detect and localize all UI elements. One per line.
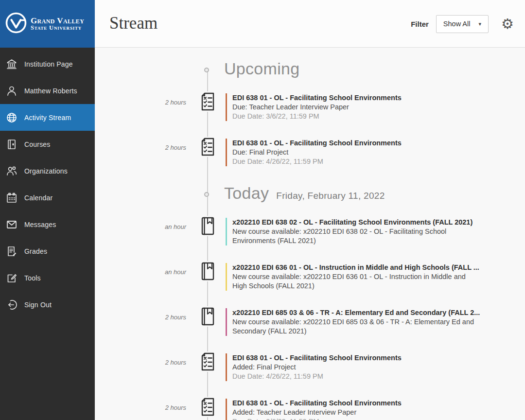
stream-item-timestamp: 2 hours xyxy=(124,99,186,106)
sidebar-item-label: Courses xyxy=(24,140,51,148)
section-heading-text: Upcoming xyxy=(224,59,299,78)
accent-bar xyxy=(226,263,227,291)
stream-item[interactable]: 2 hoursx202210 EDI 685 03 & 06 - TR - A:… xyxy=(95,308,525,337)
filter-dropdown-value: Show All xyxy=(443,20,471,28)
timeline-node xyxy=(204,192,209,197)
stream-item[interactable]: an hourx202210 EDI 636 01 - OL - Instruc… xyxy=(95,263,525,292)
filter-dropdown[interactable]: Show All ▾ xyxy=(436,15,489,33)
accent-bar xyxy=(226,308,227,336)
sidebar-item-matthew-roberts[interactable]: Matthew Roberts xyxy=(0,77,95,104)
stream-item-title: EDI 638 01 - OL - Facilitating School En… xyxy=(232,353,478,363)
stream-item-line: Added: Final Project xyxy=(232,363,478,372)
institution-icon xyxy=(6,58,18,70)
stream-item-timestamp: 2 hours xyxy=(124,144,186,151)
sidebar-item-label: Sign Out xyxy=(24,301,52,309)
institution-name-line1: Grand Valley xyxy=(31,17,84,25)
activity-stream-globe-icon xyxy=(6,112,18,123)
institution-logo[interactable]: Grand Valley State University xyxy=(0,0,95,48)
assignment-checklist-icon xyxy=(198,397,217,417)
stream-item-timestamp: 2 hours xyxy=(124,314,186,321)
activity-stream: Upcoming2 hoursEDI 638 01 - OL - Facilit… xyxy=(95,48,525,420)
accent-bar xyxy=(226,93,227,121)
assignment-checklist-icon xyxy=(198,91,217,112)
sidebar-item-label: Matthew Roberts xyxy=(24,87,77,95)
organizations-icon xyxy=(6,165,18,177)
sidebar-item-label: Grades xyxy=(24,247,47,255)
sidebar-item-label: Activity Stream xyxy=(24,114,71,122)
institution-name-line2: State University xyxy=(31,25,84,31)
sidebar: Grand Valley State University Institutio… xyxy=(0,0,95,420)
stream-item-line: Due Date: 4/26/22, 11:59 PM xyxy=(232,157,478,166)
sidebar-item-courses[interactable]: Courses xyxy=(0,131,95,158)
section-heading-text: Today xyxy=(224,184,269,202)
stream-item[interactable]: 2 hoursEDI 638 01 - OL - Facilitating Sc… xyxy=(95,139,525,168)
stream-item-title: EDI 638 01 - OL - Facilitating School En… xyxy=(232,399,478,408)
header-controls: Filter Show All ▾ ⚙ xyxy=(411,0,514,48)
course-book-icon xyxy=(198,216,217,236)
sidebar-item-grades[interactable]: Grades xyxy=(0,238,95,264)
stream-item-line: Due Date: 3/6/22, 11:59 PM xyxy=(232,112,478,121)
sidebar-item-tools[interactable]: Tools xyxy=(0,264,95,291)
app-root: Grand Valley State University Institutio… xyxy=(0,0,525,420)
sidebar-item-calendar[interactable]: Calendar xyxy=(0,184,95,211)
course-book-icon xyxy=(198,261,217,281)
sidebar-item-institution-page[interactable]: Institution Page xyxy=(0,51,95,77)
sidebar-nav: Institution PageMatthew RobertsActivity … xyxy=(0,48,95,318)
accent-bar xyxy=(226,353,227,381)
stream-item-text: x202210 EDI 685 03 & 06 - TR - A: Elemen… xyxy=(232,308,478,336)
stream-item-line: Added: Teacher Leader Interview Paper xyxy=(232,408,478,417)
sidebar-item-label: Messages xyxy=(24,221,56,228)
sidebar-item-sign-out[interactable]: Sign Out xyxy=(0,291,95,318)
stream-item-title: x202210 EDI 638 02 - OL - Facilitating S… xyxy=(232,218,478,227)
tools-icon xyxy=(6,272,18,284)
stream-item-text: EDI 638 01 - OL - Facilitating School En… xyxy=(232,93,478,121)
stream-item-line: Due: Final Project xyxy=(232,148,478,157)
stream-item[interactable]: 2 hoursEDI 638 01 - OL - Facilitating Sc… xyxy=(95,353,525,383)
calendar-icon xyxy=(6,192,18,204)
stream-item-text: x202210 EDI 638 02 - OL - Facilitating S… xyxy=(232,218,478,245)
stream-item-line: New course available: x202210 EDI 636 01… xyxy=(232,272,478,291)
main-area: Stream Filter Show All ▾ ⚙ Upcoming2 hou… xyxy=(95,0,525,420)
page-title: Stream xyxy=(109,14,158,33)
stream-item-title: EDI 638 01 - OL - Facilitating School En… xyxy=(232,139,478,148)
stream-item[interactable]: an hourx202210 EDI 638 02 - OL - Facilit… xyxy=(95,218,525,247)
sidebar-item-organizations[interactable]: Organizations xyxy=(0,158,95,184)
assignment-checklist-icon xyxy=(198,351,217,372)
section-heading: TodayFriday, February 11, 2022 xyxy=(224,184,385,203)
stream-item-line: Due: Teacher Leader Interview Paper xyxy=(232,103,478,112)
stream-item-timestamp: an hour xyxy=(124,223,186,230)
timeline-node xyxy=(204,68,209,72)
messages-icon xyxy=(6,219,18,230)
settings-gear-icon[interactable]: ⚙ xyxy=(501,17,514,31)
stream-item-timestamp: 2 hours xyxy=(124,404,186,411)
institution-name: Grand Valley State University xyxy=(31,17,84,32)
chevron-down-icon: ▾ xyxy=(478,21,481,27)
sign-out-icon xyxy=(6,299,18,311)
grades-icon xyxy=(6,245,18,257)
stream-item-title: x202210 EDI 636 01 - OL - Instruction in… xyxy=(232,263,478,272)
sidebar-item-activity-stream[interactable]: Activity Stream xyxy=(0,104,95,131)
stream-item-line: Due Date: 3/6/22, 11:59 PM xyxy=(232,417,478,420)
sidebar-item-label: Institution Page xyxy=(24,60,73,68)
stream-item[interactable]: 2 hoursEDI 638 01 - OL - Facilitating Sc… xyxy=(95,93,525,122)
profile-icon xyxy=(6,85,18,97)
course-book-icon xyxy=(198,306,217,327)
gvsu-logo-icon xyxy=(5,12,27,36)
stream-item-line: New course available: x202210 EDI 685 03… xyxy=(232,317,478,336)
sidebar-item-messages[interactable]: Messages xyxy=(0,211,95,238)
stream-item-title: EDI 638 01 - OL - Facilitating School En… xyxy=(232,93,478,103)
stream-item-text: x202210 EDI 636 01 - OL - Instruction in… xyxy=(232,263,478,291)
stream-item-text: EDI 638 01 - OL - Facilitating School En… xyxy=(232,353,478,381)
stream-item-text: EDI 638 01 - OL - Facilitating School En… xyxy=(232,399,478,420)
stream-item-line: New course available: x202210 EDI 638 02… xyxy=(232,227,478,245)
accent-bar xyxy=(226,399,227,420)
stream-item-timestamp: an hour xyxy=(124,268,186,276)
courses-icon xyxy=(6,139,18,150)
accent-bar xyxy=(226,218,227,245)
stream-item[interactable]: 2 hoursEDI 638 01 - OL - Facilitating Sc… xyxy=(95,399,525,420)
stream-item-line: Due Date: 4/26/22, 11:59 PM xyxy=(232,372,478,381)
sidebar-item-label: Organizations xyxy=(24,167,68,175)
stream-item-text: EDI 638 01 - OL - Facilitating School En… xyxy=(232,139,478,166)
page-header: Stream Filter Show All ▾ ⚙ xyxy=(95,0,525,48)
stream-item-timestamp: 2 hours xyxy=(124,359,186,366)
